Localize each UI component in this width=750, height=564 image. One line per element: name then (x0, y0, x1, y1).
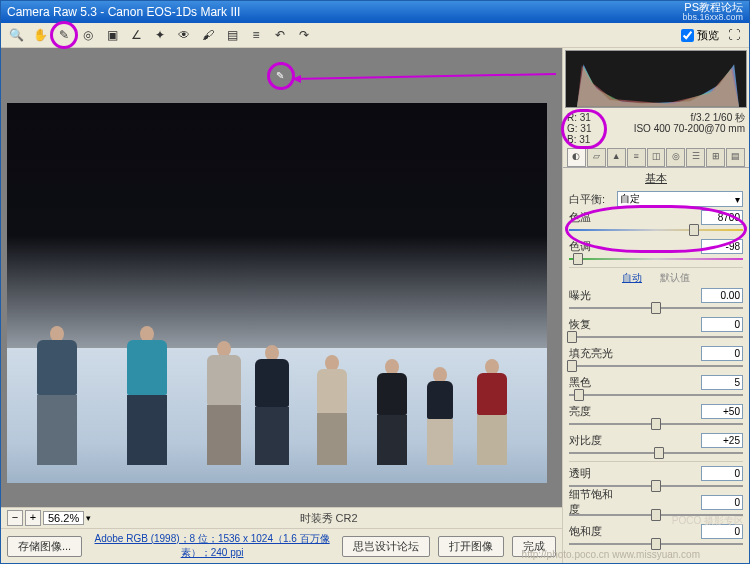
tab-preset[interactable]: ⊞ (706, 148, 725, 167)
slider-对比度[interactable] (569, 450, 743, 456)
tab-split[interactable]: ◫ (647, 148, 666, 167)
watermark: POCO 摄影专区 (672, 514, 744, 528)
exif-aperture: f/3.2 1/60 秒 (634, 112, 745, 123)
annotation-circle (50, 21, 78, 49)
slider-value[interactable]: +50 (701, 404, 743, 419)
rotate-cw-icon[interactable]: ↷ (295, 26, 313, 44)
auto-default-tabs: 自动 默认值 (569, 271, 743, 285)
spot-removal-icon[interactable]: ✦ (151, 26, 169, 44)
subtab-default[interactable]: 默认值 (660, 271, 690, 285)
temp-slider[interactable] (569, 227, 743, 233)
zoom-out-icon[interactable]: − (7, 510, 23, 526)
preview-checkbox[interactable]: 预览 (681, 28, 719, 43)
subtab-auto[interactable]: 自动 (622, 271, 642, 285)
open-image-button[interactable]: 思岂设计论坛 (342, 536, 430, 557)
save-image-button[interactable]: 存储图像... (7, 536, 82, 557)
fullscreen-icon[interactable]: ⛶ (725, 26, 743, 44)
chevron-down-icon: ▾ (735, 194, 740, 205)
slider-value[interactable]: 0 (701, 495, 743, 510)
tab-detail[interactable]: ▲ (607, 148, 626, 167)
slider-value[interactable]: 0 (701, 346, 743, 361)
panel-title: 基本 (563, 171, 749, 186)
slider-value[interactable]: 0 (701, 317, 743, 332)
tint-slider[interactable] (569, 256, 743, 262)
straighten-tool-icon[interactable]: ∠ (127, 26, 145, 44)
slider-填充亮光[interactable] (569, 363, 743, 369)
zoom-tool-icon[interactable]: 🔍 (7, 26, 25, 44)
annotation-rgb-oval (561, 109, 607, 149)
slider-亮度[interactable] (569, 421, 743, 427)
watermark-url: http://photo.poco.cn www.missyuan.com (522, 549, 700, 560)
filename: 时装秀 CR2 (101, 511, 556, 526)
info-readout: R: 31 G: 31 B: 31 f/3.2 1/60 秒 ISO 400 7… (567, 112, 745, 145)
histogram[interactable] (565, 50, 747, 108)
title-bar: Camera Raw 5.3 - Canon EOS-1Ds Mark III … (1, 1, 749, 23)
slider-曝光[interactable] (569, 305, 743, 311)
slider-label: 黑色 (569, 375, 617, 390)
crop-tool-icon[interactable]: ▣ (103, 26, 121, 44)
slider-饱和度[interactable] (569, 541, 743, 547)
image-canvas-area: ✎ (7, 54, 556, 501)
zoom-controls[interactable]: − + 56.2% ▾ (7, 510, 91, 526)
prefs-icon[interactable]: ≡ (247, 26, 265, 44)
slider-label: 曝光 (569, 288, 617, 303)
slider-value[interactable]: 5 (701, 375, 743, 390)
exif-iso: ISO 400 70-200@70 mm (634, 123, 745, 134)
eyedropper-icon: ✎ (276, 70, 284, 81)
slider-label: 填充亮光 (569, 346, 617, 361)
slider-黑色[interactable] (569, 392, 743, 398)
bottom-bar: 存储图像... Adobe RGB (1998)；8 位；1536 x 1024… (1, 528, 562, 563)
graduated-filter-icon[interactable]: ▤ (223, 26, 241, 44)
right-panel: R: 31 G: 31 B: 31 f/3.2 1/60 秒 ISO 400 7… (562, 48, 749, 563)
slider-label: 恢复 (569, 317, 617, 332)
slider-label: 对比度 (569, 433, 617, 448)
zoom-level[interactable]: 56.2% (43, 511, 84, 525)
adjustment-brush-icon[interactable]: 🖌 (199, 26, 217, 44)
title-right: PS教程论坛 bbs.16xx8.com (682, 2, 743, 22)
status-bar: − + 56.2% ▾ 时装秀 CR2 (1, 507, 562, 528)
toolbar: 🔍 ✋ ✎ ◎ ▣ ∠ ✦ 👁 🖌 ▤ ≡ ↶ ↷ 预览 ⛶ (1, 23, 749, 48)
window-title: Camera Raw 5.3 - Canon EOS-1Ds Mark III (7, 5, 240, 19)
color-sampler-icon[interactable]: ◎ (79, 26, 97, 44)
slider-value[interactable]: +25 (701, 433, 743, 448)
slider-label: 亮度 (569, 404, 617, 419)
slider-透明[interactable] (569, 483, 743, 489)
slider-value[interactable]: 0.00 (701, 288, 743, 303)
slider-value[interactable]: 0 (701, 466, 743, 481)
image-preview[interactable] (7, 103, 547, 483)
hand-tool-icon[interactable]: ✋ (31, 26, 49, 44)
tab-calib[interactable]: ☰ (686, 148, 705, 167)
tab-hsl[interactable]: ≡ (627, 148, 646, 167)
annotation-arrow (292, 72, 562, 86)
wb-label: 白平衡: (569, 192, 617, 207)
rotate-ccw-icon[interactable]: ↶ (271, 26, 289, 44)
white-balance-tool-icon[interactable]: ✎ (55, 26, 73, 44)
zoom-in-icon[interactable]: + (25, 510, 41, 526)
tab-basic[interactable]: ◐ (567, 148, 586, 167)
slider-label: 透明 (569, 466, 617, 481)
workflow-link[interactable]: Adobe RGB (1998)；8 位；1536 x 1024（1.6 百万像… (90, 532, 334, 560)
slider-label: 饱和度 (569, 524, 617, 539)
tab-strip: ◐ ▱ ▲ ≡ ◫ ◎ ☰ ⊞ ▤ (563, 147, 749, 168)
svg-line-0 (292, 74, 556, 79)
tab-snap[interactable]: ▤ (726, 148, 745, 167)
tab-curve[interactable]: ▱ (587, 148, 606, 167)
slider-恢复[interactable] (569, 334, 743, 340)
redeye-tool-icon[interactable]: 👁 (175, 26, 193, 44)
tab-lens[interactable]: ◎ (666, 148, 685, 167)
cancel-button[interactable]: 打开图像 (438, 536, 504, 557)
